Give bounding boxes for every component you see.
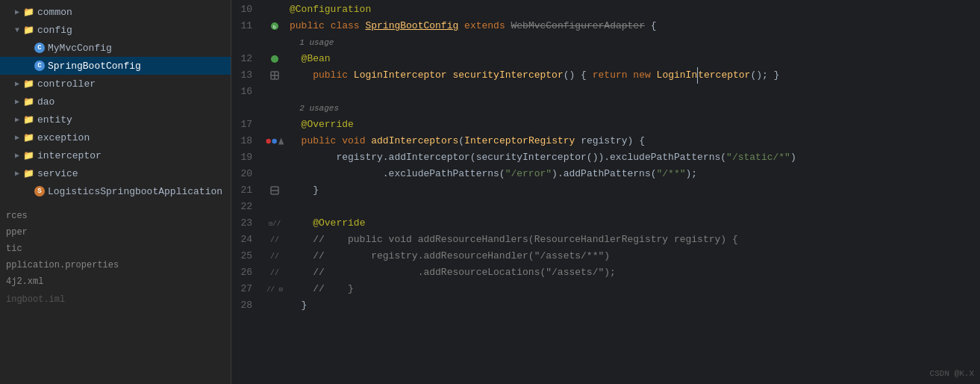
arrow-service: ▶ <box>12 168 22 179</box>
code-line-25: // registry.addResourceHandler("/assets/… <box>290 248 980 264</box>
arrow-controller: ▶ <box>12 78 22 89</box>
arrow-logisticsapp <box>24 186 34 196</box>
folder-icon-interceptor: 📁 <box>22 149 34 161</box>
code-line-17: @Override <box>290 117 980 133</box>
code-area: 10 11 12 13 16 17 18 19 20 21 22 23 24 2… <box>231 0 980 384</box>
arrow-common: ▶ <box>12 7 22 17</box>
sidebar-item-entity[interactable]: ▶ 📁 entity <box>0 111 231 128</box>
arrow-exception: ▶ <box>12 132 22 143</box>
sidebar-bottom: rces pper tic pplication.properties 4j2.… <box>0 206 231 291</box>
editor[interactable]: 10 11 12 13 16 17 18 19 20 21 22 23 24 2… <box>231 0 980 384</box>
svg-point-2 <box>271 55 278 63</box>
label-dao: dao <box>37 96 54 108</box>
code-usage-1: 1 usage <box>290 34 980 51</box>
code-line-23: @Override <box>290 215 980 232</box>
code-line-20: .excludePathPatterns( "/error" ).addPath… <box>290 166 980 182</box>
folder-icon-exception: 📁 <box>22 131 34 143</box>
sidebar-item-dao[interactable]: ▶ 📁 dao <box>0 93 231 111</box>
code-line-28: } <box>290 297 980 314</box>
watermark: CSDN @K.X <box>930 369 974 378</box>
code-line-18: public void addInterceptors ( Intercepto… <box>290 133 980 149</box>
code-usage-2: 2 usages <box>290 100 980 117</box>
file-icon-mymvcconfig: C <box>34 43 45 53</box>
label-mymvcconfig: MyMvcConfig <box>48 43 112 54</box>
code-line-16 <box>290 84 980 100</box>
code-line-12: @Bean <box>290 51 980 67</box>
sidebar-footer: ingboot.iml <box>0 291 231 308</box>
label-controller: controller <box>37 78 96 90</box>
code-line-11: public class SpringBootConfig extends We… <box>290 18 980 34</box>
code-content[interactable]: @Configuration public class SpringBootCo… <box>284 0 980 384</box>
label-interceptor: interceptor <box>37 150 102 161</box>
bottom-item-rces: rces <box>0 208 231 224</box>
bottom-item-pper: pper <box>0 224 231 241</box>
label-springbootconfig: SpringBootConfig <box>48 61 141 72</box>
code-line-21: } <box>290 182 980 199</box>
folder-icon-entity: 📁 <box>22 114 34 126</box>
sidebar-item-exception[interactable]: ▶ 📁 exception <box>0 128 231 146</box>
svg-point-6 <box>266 139 270 143</box>
label-exception: exception <box>37 132 90 143</box>
arrow-interceptor: ▶ <box>12 150 22 161</box>
sidebar-item-springbootconfig[interactable]: C SpringBootConfig <box>0 57 231 75</box>
label-logisticsapp: LogisticsSpringbootApplication <box>48 186 222 197</box>
folder-icon-config: 📁 <box>22 24 34 36</box>
arrow-entity: ▶ <box>12 114 22 125</box>
sidebar-item-interceptor[interactable]: ▶ 📁 interceptor <box>0 146 231 164</box>
bottom-item-log4j2: 4j2.xml <box>0 273 231 290</box>
label-entity: entity <box>37 114 72 126</box>
svg-point-7 <box>272 139 277 143</box>
code-line-22 <box>290 199 980 215</box>
code-line-13: public LoginInterceptor securityIntercep… <box>290 67 980 84</box>
code-line-24: // public void addResourceHandlers(Resou… <box>290 232 980 248</box>
label-config: config <box>37 25 72 36</box>
gutter: ↻ ⊟// // // <box>266 0 284 384</box>
sidebar-item-logisticsapp[interactable]: S LogisticsSpringbootApplication <box>0 182 231 200</box>
folder-icon-controller: 📁 <box>22 78 34 90</box>
sidebar-item-config[interactable]: ▼ 📁 config <box>0 21 231 39</box>
code-line-10: @Configuration <box>290 1 980 18</box>
code-line-19: registry.addInterceptor(securityIntercep… <box>290 149 980 166</box>
sidebar-item-common[interactable]: ▶ 📁 common <box>0 3 231 21</box>
code-line-26: // .addResourceLocations("/assets/"); <box>290 264 980 281</box>
line-numbers: 10 11 12 13 16 17 18 19 20 21 22 23 24 2… <box>231 0 266 384</box>
svg-marker-8 <box>278 137 284 144</box>
sidebar-item-controller[interactable]: ▶ 📁 controller <box>0 75 231 93</box>
file-icon-springbootconfig: C <box>34 61 45 71</box>
sidebar-item-service[interactable]: ▶ 📁 service <box>0 164 231 182</box>
label-common: common <box>37 7 72 18</box>
bottom-item-appprops: pplication.properties <box>0 257 231 273</box>
arrow-springbootconfig <box>24 61 34 71</box>
folder-icon-dao: 📁 <box>22 96 34 108</box>
code-line-27: // } <box>290 281 980 297</box>
arrow-dao: ▶ <box>12 96 22 107</box>
arrow-mymvcconfig <box>24 43 34 53</box>
sidebar-item-mymvcconfig[interactable]: C MyMvcConfig <box>0 39 231 57</box>
file-icon-logisticsapp: S <box>34 186 45 196</box>
label-service: service <box>37 168 78 179</box>
folder-icon-common: 📁 <box>22 6 34 18</box>
svg-text:↻: ↻ <box>273 23 277 30</box>
bottom-item-tic: tic <box>0 241 231 257</box>
folder-icon-service: 📁 <box>22 167 34 179</box>
arrow-config: ▼ <box>12 25 22 35</box>
sidebar: ▶ 📁 common ▼ 📁 config C MyMvcConfig C Sp… <box>0 0 231 384</box>
